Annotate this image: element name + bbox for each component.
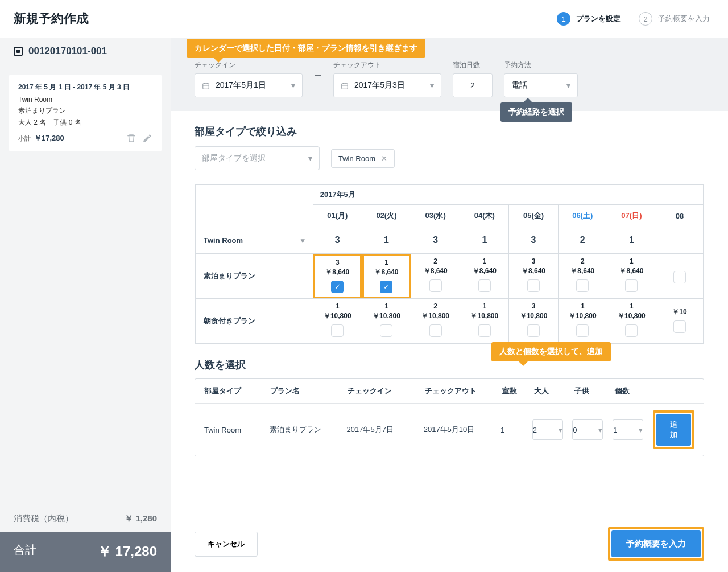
- chevron-down-icon: ▾: [308, 154, 312, 163]
- add-button[interactable]: 追加: [656, 414, 692, 446]
- plan-name-1: 朝食付きプラン: [196, 299, 313, 344]
- page-title: 新規予約作成: [14, 10, 157, 27]
- add-button-highlight: 追加: [653, 410, 695, 449]
- tooltip-method: 予約経路を選択: [500, 102, 572, 122]
- slot-checkbox[interactable]: [380, 324, 392, 337]
- slot-1-2[interactable]: 2￥10,800: [411, 299, 460, 344]
- count-2: 3: [411, 227, 460, 254]
- step-1-number: 1: [557, 12, 570, 26]
- top-header: 新規予約作成 1 プランを設定 2 予約概要を入力 カレンダーで選択した日付・部…: [0, 0, 728, 38]
- checkout-picker[interactable]: 2017年5月3日 ▾: [333, 73, 441, 97]
- slot-1-4[interactable]: 3￥10,800: [509, 299, 558, 344]
- gr-room: Twin Room: [204, 426, 260, 434]
- calendar-icon: [341, 81, 349, 90]
- slot-checkbox[interactable]: [527, 324, 540, 337]
- filter-title: 部屋タイプで絞り込み: [195, 125, 704, 138]
- children-select[interactable]: 0▾: [572, 419, 603, 440]
- cancel-button[interactable]: キャンセル: [195, 532, 258, 557]
- slot-checkbox[interactable]: [478, 324, 491, 337]
- booking-icon: [14, 47, 23, 56]
- nights-input[interactable]: 2: [453, 73, 493, 97]
- room-type-select[interactable]: 部屋タイプを選択 ▾: [195, 146, 320, 170]
- slot-checkbox[interactable]: ✓: [380, 281, 392, 293]
- slot-checkbox[interactable]: [429, 279, 442, 292]
- count-7: [656, 227, 704, 254]
- total-label: 合計: [14, 542, 36, 561]
- checkin-label: チェックイン: [195, 60, 303, 70]
- date-separator: ー: [314, 71, 322, 87]
- delete-icon[interactable]: [126, 133, 136, 143]
- slot-1-5[interactable]: 1￥10,800: [558, 299, 607, 344]
- slot-checkbox[interactable]: [673, 271, 686, 283]
- slot-1-1[interactable]: 1￥10,800: [362, 299, 411, 344]
- slot-0-1[interactable]: 1￥8,640✓: [362, 254, 411, 299]
- gh-checkout: チェックアウト: [425, 386, 493, 396]
- sidebar: 00120170101-001 2017 年 5 月 1 日 - 2017 年 …: [0, 38, 171, 572]
- edit-icon[interactable]: [142, 133, 152, 143]
- slot-0-6[interactable]: 1￥8,640: [607, 254, 656, 299]
- day-head-3: 04(木): [460, 205, 509, 227]
- slot-1-0[interactable]: 1￥10,800: [313, 299, 362, 344]
- slot-0-2[interactable]: 2￥8,640: [411, 254, 460, 299]
- booking-plan: 素泊まりプラン: [18, 106, 152, 116]
- total-value: ￥ 17,280: [98, 542, 157, 561]
- slot-checkbox[interactable]: [576, 324, 589, 337]
- chevron-down-icon: ▾: [430, 81, 434, 90]
- day-head-0: 01(月): [313, 205, 362, 227]
- next-button[interactable]: 予約概要を入力: [611, 530, 701, 557]
- slot-checkbox[interactable]: [625, 279, 638, 292]
- day-head-7: 08: [656, 205, 704, 227]
- grid-room-header[interactable]: Twin Room ▾: [196, 227, 313, 254]
- gr-checkin: 2017年5月7日: [347, 425, 415, 435]
- booking-summary-card: 2017 年 5 月 1 日 - 2017 年 5 月 3 日 Twin Roo…: [9, 75, 162, 151]
- step-2[interactable]: 2 予約概要を入力: [639, 12, 710, 26]
- guest-table: 部屋タイプ プラン名 チェックイン チェックアウト 室数 大人 子供 個数 Tw…: [195, 378, 704, 456]
- subtotal-label: 小計: [18, 134, 31, 143]
- slot-checkbox[interactable]: ✓: [331, 281, 344, 293]
- slot-1-7[interactable]: ￥10: [656, 299, 704, 344]
- slot-checkbox[interactable]: [673, 320, 686, 333]
- checkin-picker[interactable]: 2017年5月1日 ▾: [195, 73, 303, 97]
- count-3: 1: [460, 227, 509, 254]
- step-2-number: 2: [639, 12, 652, 26]
- slot-checkbox[interactable]: [576, 279, 589, 292]
- filter-section: 部屋タイプで絞り込み 部屋タイプを選択 ▾ Twin Room ✕: [171, 125, 728, 184]
- checkout-label: チェックアウト: [333, 60, 441, 70]
- slot-0-4[interactable]: 3￥8,640: [509, 254, 558, 299]
- checkin-value: 2017年5月1日: [216, 80, 266, 90]
- slot-checkbox[interactable]: [527, 279, 540, 292]
- slot-checkbox[interactable]: [625, 324, 638, 337]
- slot-checkbox[interactable]: [429, 324, 442, 337]
- filter-chip-label: Twin Room: [338, 154, 375, 163]
- tooltip-carryover: カレンダーで選択した日付・部屋・プラン情報を引き継ぎます: [187, 39, 425, 58]
- adults-select[interactable]: 2▾: [532, 419, 563, 440]
- slot-0-5[interactable]: 2￥8,640: [558, 254, 607, 299]
- method-select[interactable]: 電話 ▾: [504, 73, 578, 97]
- checkin-field: チェックイン 2017年5月1日 ▾: [195, 60, 303, 97]
- slot-checkbox[interactable]: [331, 324, 344, 337]
- qty-select[interactable]: 1▾: [613, 419, 643, 440]
- slot-1-6[interactable]: 1￥10,800: [607, 299, 656, 344]
- footer-bar: キャンセル 予約概要を入力: [171, 518, 728, 572]
- count-5: 2: [558, 227, 607, 254]
- close-icon[interactable]: ✕: [381, 154, 387, 163]
- gh-adults: 大人: [534, 386, 565, 396]
- gh-checkin: チェックイン: [348, 386, 416, 396]
- step-1[interactable]: 1 プランを設定: [557, 12, 621, 26]
- slot-0-3[interactable]: 1￥8,640: [460, 254, 509, 299]
- method-label: 予約方法: [504, 60, 578, 70]
- checkout-value: 2017年5月3日: [354, 80, 405, 90]
- slot-1-3[interactable]: 1￥10,800: [460, 299, 509, 344]
- tax-value: ￥ 1,280: [125, 513, 157, 524]
- filter-chip-twin-room[interactable]: Twin Room ✕: [331, 149, 395, 168]
- checkout-field: チェックアウト 2017年5月3日 ▾: [333, 60, 441, 97]
- count-4: 3: [509, 227, 558, 254]
- guest-title: 人数を選択: [195, 358, 704, 372]
- day-head-2: 03(水): [411, 205, 460, 227]
- slot-0-7[interactable]: [656, 254, 704, 299]
- slot-checkbox[interactable]: [478, 279, 491, 292]
- guest-table-row: Twin Room 素泊まりプラン 2017年5月7日 2017年5月10日 1…: [195, 403, 704, 456]
- booking-dates: 2017 年 5 月 1 日 - 2017 年 5 月 3 日: [18, 83, 152, 92]
- slot-0-0[interactable]: 3￥8,640✓: [313, 254, 362, 299]
- gr-plan: 素泊まりプラン: [270, 425, 337, 435]
